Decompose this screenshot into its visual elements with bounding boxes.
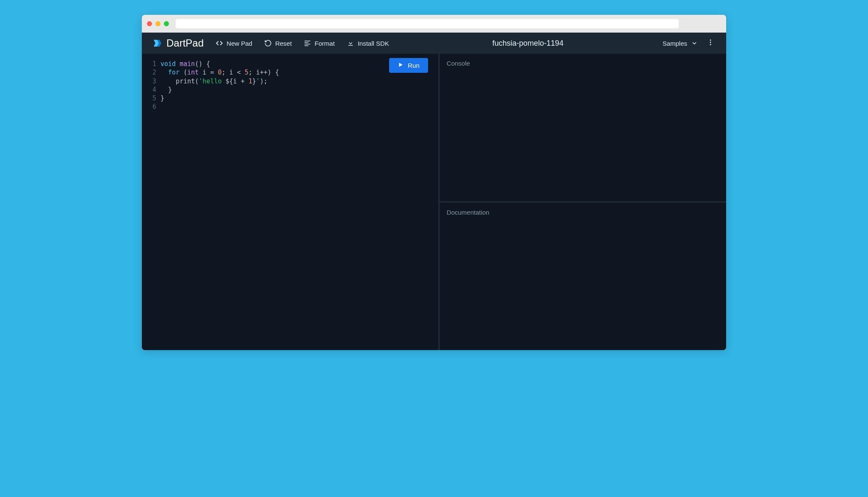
more-vert-icon — [707, 39, 714, 46]
line-number: 2 — [142, 68, 160, 77]
more-menu-button[interactable] — [705, 37, 716, 50]
run-button[interactable]: Run — [389, 58, 428, 73]
format-label: Format — [315, 40, 335, 47]
right-side-panels: Console Documentation — [440, 54, 726, 350]
logo[interactable]: DartPad — [152, 37, 204, 49]
svg-rect-2 — [304, 44, 310, 45]
svg-rect-1 — [304, 42, 308, 43]
console-panel: Console — [440, 54, 726, 201]
browser-window: DartPad New Pad Reset — [142, 15, 726, 350]
line-code[interactable]: print('hello ${i + 1}'); — [160, 77, 438, 86]
install-sdk-label: Install SDK — [358, 40, 389, 47]
close-window-button[interactable] — [147, 21, 152, 26]
dart-logo-icon — [152, 38, 162, 48]
browser-chrome — [142, 15, 726, 33]
pad-title: fuchsia-pomelo-1194 — [397, 39, 659, 48]
new-pad-label: New Pad — [227, 40, 252, 47]
line-number: 3 — [142, 77, 160, 86]
svg-rect-4 — [348, 45, 353, 46]
samples-dropdown[interactable]: Samples — [663, 39, 698, 47]
traffic-lights — [147, 21, 169, 26]
line-number: 6 — [142, 102, 160, 111]
code-line[interactable]: 6 — [142, 102, 438, 111]
url-bar[interactable] — [176, 19, 679, 28]
line-number: 5 — [142, 94, 160, 102]
line-number: 1 — [142, 60, 160, 68]
chevron-down-icon — [691, 39, 698, 47]
code-line[interactable]: 4 } — [142, 86, 438, 94]
code-line[interactable]: 3 print('hello ${i + 1}'); — [142, 77, 438, 86]
run-label: Run — [408, 62, 420, 69]
line-number: 4 — [142, 86, 160, 94]
svg-point-6 — [710, 42, 711, 43]
play-icon — [398, 62, 404, 69]
new-pad-button[interactable]: New Pad — [211, 37, 257, 50]
samples-label: Samples — [663, 40, 687, 47]
svg-point-7 — [710, 44, 711, 45]
navbar: DartPad New Pad Reset — [142, 33, 726, 54]
line-code[interactable]: } — [160, 86, 438, 94]
console-title: Console — [447, 60, 719, 67]
code-line[interactable]: 5} — [142, 94, 438, 102]
code-icon — [216, 39, 223, 47]
editor-panel[interactable]: Run 1void main() {2 for (int i = 0; i < … — [142, 54, 440, 350]
download-icon — [347, 39, 354, 47]
main-content: Run 1void main() {2 for (int i = 0; i < … — [142, 54, 726, 350]
svg-point-5 — [710, 39, 711, 41]
nav-right: Samples — [663, 37, 716, 50]
line-code[interactable] — [160, 102, 438, 111]
line-code[interactable]: } — [160, 94, 438, 102]
minimize-window-button[interactable] — [155, 21, 160, 26]
format-button[interactable]: Format — [299, 37, 339, 50]
refresh-icon — [264, 39, 272, 47]
svg-rect-3 — [304, 45, 308, 46]
install-sdk-button[interactable]: Install SDK — [343, 37, 393, 50]
reset-button[interactable]: Reset — [260, 37, 296, 50]
documentation-title: Documentation — [447, 209, 719, 216]
svg-rect-0 — [304, 41, 310, 41]
reset-label: Reset — [275, 40, 292, 47]
documentation-panel: Documentation — [440, 203, 726, 350]
logo-text: DartPad — [166, 37, 204, 49]
app-container: DartPad New Pad Reset — [142, 33, 726, 350]
format-align-icon — [304, 39, 311, 47]
maximize-window-button[interactable] — [164, 21, 169, 26]
